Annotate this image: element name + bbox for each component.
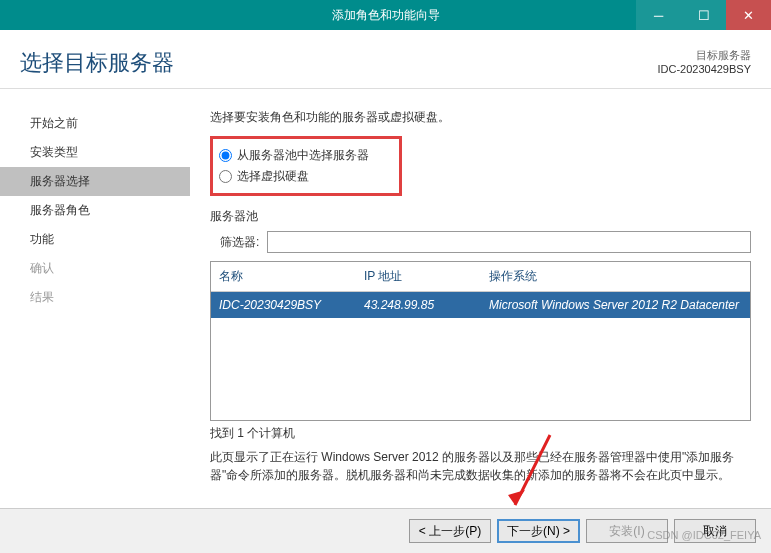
filter-row: 筛选器: bbox=[210, 231, 751, 253]
wizard-footer: < 上一步(P) 下一步(N) > 安装(I) 取消 bbox=[0, 508, 771, 553]
computer-count: 找到 1 个计算机 bbox=[210, 425, 751, 442]
install-button: 安装(I) bbox=[586, 519, 668, 543]
page-title: 选择目标服务器 bbox=[20, 48, 174, 78]
maximize-button[interactable]: ☐ bbox=[681, 0, 726, 30]
main-area: 开始之前 安装类型 服务器选择 服务器角色 功能 确认 结果 选择要安装角色和功… bbox=[0, 89, 771, 529]
sidebar-item-install-type[interactable]: 安装类型 bbox=[30, 138, 180, 167]
wizard-sidebar: 开始之前 安装类型 服务器选择 服务器角色 功能 确认 结果 bbox=[0, 89, 180, 529]
target-label: 目标服务器 bbox=[657, 48, 751, 63]
table-body: IDC-20230429BSY 43.248.99.85 Microsoft W… bbox=[211, 292, 750, 420]
titlebar: 添加角色和功能向导 ─ ☐ ✕ bbox=[0, 0, 771, 30]
cell-os: Microsoft Windows Server 2012 R2 Datacen… bbox=[481, 292, 750, 318]
table-row[interactable]: IDC-20230429BSY 43.248.99.85 Microsoft W… bbox=[211, 292, 750, 318]
prev-button[interactable]: < 上一步(P) bbox=[409, 519, 491, 543]
sidebar-item-features[interactable]: 功能 bbox=[30, 225, 180, 254]
col-name[interactable]: 名称 bbox=[211, 262, 356, 291]
cancel-button[interactable]: 取消 bbox=[674, 519, 756, 543]
radio-server-pool-input[interactable] bbox=[219, 149, 232, 162]
radio-vhd[interactable]: 选择虚拟硬盘 bbox=[219, 166, 369, 187]
sidebar-item-confirm: 确认 bbox=[30, 254, 180, 283]
close-button[interactable]: ✕ bbox=[726, 0, 771, 30]
col-os[interactable]: 操作系统 bbox=[481, 262, 750, 291]
description-text: 此页显示了正在运行 Windows Server 2012 的服务器以及那些已经… bbox=[210, 448, 751, 484]
window-title: 添加角色和功能向导 bbox=[135, 7, 636, 24]
cell-name: IDC-20230429BSY bbox=[211, 292, 356, 318]
wizard-header: 选择目标服务器 目标服务器 IDC-20230429BSY bbox=[0, 30, 771, 89]
target-info: 目标服务器 IDC-20230429BSY bbox=[657, 48, 751, 75]
content-panel: 选择要安装角色和功能的服务器或虚拟硬盘。 从服务器池中选择服务器 选择虚拟硬盘 … bbox=[180, 89, 771, 529]
col-ip[interactable]: IP 地址 bbox=[356, 262, 481, 291]
server-pool-label: 服务器池 bbox=[210, 208, 751, 225]
sidebar-item-before-begin[interactable]: 开始之前 bbox=[30, 109, 180, 138]
radio-vhd-input[interactable] bbox=[219, 170, 232, 183]
window-controls: ─ ☐ ✕ bbox=[636, 0, 771, 30]
radio-server-pool-label: 从服务器池中选择服务器 bbox=[237, 147, 369, 164]
filter-input[interactable] bbox=[267, 231, 751, 253]
radio-server-pool[interactable]: 从服务器池中选择服务器 bbox=[219, 145, 369, 166]
radio-vhd-label: 选择虚拟硬盘 bbox=[237, 168, 309, 185]
table-header: 名称 IP 地址 操作系统 bbox=[211, 262, 750, 292]
source-radio-group: 从服务器池中选择服务器 选择虚拟硬盘 bbox=[210, 136, 402, 196]
server-table: 名称 IP 地址 操作系统 IDC-20230429BSY 43.248.99.… bbox=[210, 261, 751, 421]
instruction-text: 选择要安装角色和功能的服务器或虚拟硬盘。 bbox=[210, 109, 751, 126]
sidebar-item-results: 结果 bbox=[30, 283, 180, 312]
filter-label: 筛选器: bbox=[220, 234, 259, 251]
sidebar-item-server-selection[interactable]: 服务器选择 bbox=[0, 167, 190, 196]
sidebar-item-server-roles[interactable]: 服务器角色 bbox=[30, 196, 180, 225]
minimize-button[interactable]: ─ bbox=[636, 0, 681, 30]
cell-ip: 43.248.99.85 bbox=[356, 292, 481, 318]
next-button[interactable]: 下一步(N) > bbox=[497, 519, 580, 543]
target-name: IDC-20230429BSY bbox=[657, 63, 751, 75]
